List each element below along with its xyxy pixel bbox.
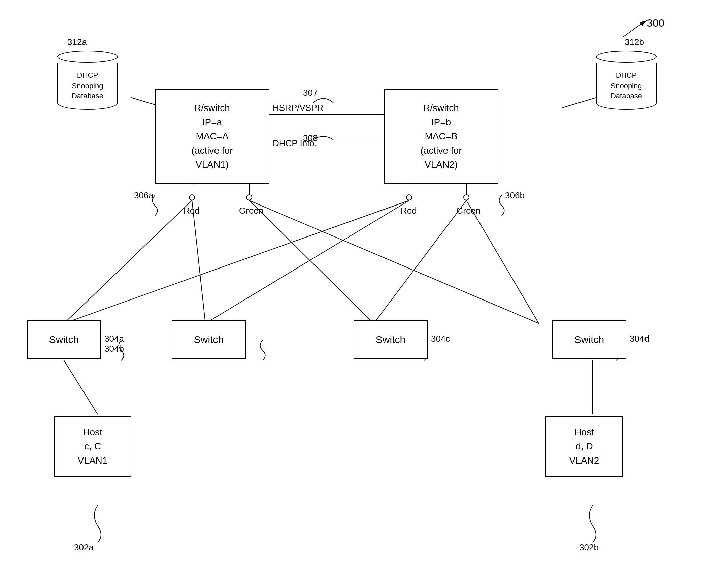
svg-line-17 [466, 200, 539, 323]
port-red-left [189, 194, 195, 200]
dhcp-left-cylinder-top [57, 51, 118, 63]
rswitch-right-text: R/switchIP=bMAC=B(active forVLAN2) [421, 101, 462, 172]
dhcp-left-cylinder-body: DHCPSnoopingDatabase [57, 63, 118, 110]
rswitch-left-box: R/switchIP=aMAC=A(active forVLAN1) [155, 89, 269, 184]
switch2-box: Switch [172, 320, 246, 359]
host-right-text: Hostd, DVLAN2 [569, 425, 599, 468]
switch3-box: Switch [354, 320, 428, 359]
dhcp-left-cylinder: DHCPSnoopingDatabase [57, 51, 118, 110]
red-label-right: Red [401, 206, 417, 216]
rswitch-left-text: R/switchIP=aMAC=A(active forVLAN1) [192, 101, 233, 172]
dhcp-right-cylinder-body: DHCPSnoopingDatabase [596, 63, 657, 110]
dhcp-left-label: 312a [67, 37, 87, 48]
port-green-right [463, 194, 469, 200]
switch4-label: 304d [630, 334, 649, 344]
rswitch-left-port-label: 306a [134, 190, 154, 201]
svg-line-11 [192, 200, 205, 323]
svg-line-14 [64, 200, 409, 323]
hsrp-label-num: 307 [303, 88, 318, 98]
dhcp-right-label: 312b [625, 37, 644, 48]
dhcp-right-cylinder: DHCPSnoopingDatabase [596, 51, 657, 110]
host-left-label: 302a [74, 542, 94, 553]
host-right-box: Hostd, DVLAN2 [545, 416, 623, 477]
svg-line-18 [64, 360, 98, 414]
dhcp-right-text: DHCPSnoopingDatabase [610, 70, 642, 101]
svg-line-12 [249, 200, 374, 323]
svg-line-3 [562, 98, 596, 108]
rswitch-right-box: R/switchIP=bMAC=B(active forVLAN2) [384, 89, 498, 184]
dhcp-right-cylinder-top [596, 51, 657, 63]
red-label-left: Red [184, 206, 200, 216]
svg-line-13 [249, 200, 539, 323]
host-left-box: Hostc, CVLAN1 [54, 416, 131, 477]
port-green-left [246, 194, 252, 200]
port-red-right [406, 194, 412, 200]
switch2-text: Switch [194, 333, 224, 347]
switch3-label: 304c [431, 334, 450, 344]
switch1-label-b: 304b [104, 344, 124, 354]
hsrp-text: HSRP/VSPR [273, 103, 323, 113]
green-label-left: Green [239, 206, 263, 216]
svg-line-1 [623, 20, 647, 37]
svg-line-10 [64, 200, 192, 323]
svg-line-15 [205, 200, 409, 323]
switch1-label-a: 304a [104, 334, 124, 344]
switch1-box: Switch [27, 320, 101, 359]
diagram-title: 300 [647, 17, 664, 29]
svg-line-16 [374, 200, 466, 323]
switch4-box: Switch [552, 320, 626, 359]
host-left-text: Hostc, CVLAN1 [78, 425, 108, 468]
switch3-text: Switch [376, 333, 405, 347]
dhcp-left-text: DHCPSnoopingDatabase [72, 70, 103, 101]
dhcp-info-text: DHCP Info. [273, 138, 317, 149]
host-right-label: 302b [579, 542, 599, 553]
rswitch-right-port-label: 306b [505, 190, 525, 201]
green-label-right: Green [456, 206, 481, 216]
switch4-text: Switch [574, 333, 604, 347]
switch1-text: Switch [49, 333, 79, 347]
